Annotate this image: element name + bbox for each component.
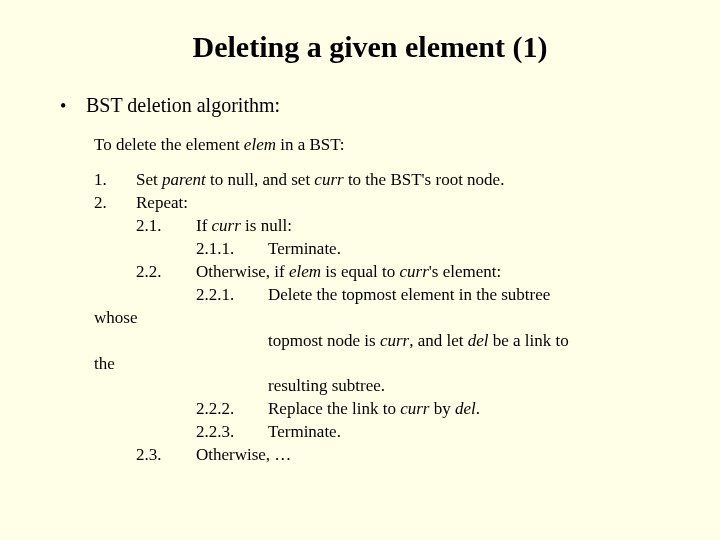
step-2-1: 2.1. If curr is null:: [136, 215, 680, 238]
var-curr: curr: [400, 262, 429, 281]
var-del: del: [468, 331, 489, 350]
t: , and let: [409, 331, 468, 350]
slide-title: Deleting a given element (1): [60, 30, 680, 64]
algorithm-block: 1. Set parent to null, and set curr to t…: [94, 169, 680, 467]
step-num: 2.3.: [136, 444, 196, 467]
step-2-3: 2.3. Otherwise, …: [136, 444, 680, 467]
step-num: 2.: [94, 192, 136, 215]
t: topmost node is: [268, 331, 380, 350]
step-num: 1.: [94, 169, 136, 192]
var-del: del: [455, 399, 476, 418]
t: is equal to: [321, 262, 399, 281]
var-elem: elem: [289, 262, 321, 281]
step-2-2-2: 2.2.2. Replace the link to curr by del.: [196, 398, 680, 421]
t: .: [476, 399, 480, 418]
var-curr: curr: [380, 331, 409, 350]
continuation-line-2: resulting subtree.: [268, 375, 680, 398]
continuation-whose: whose: [94, 307, 680, 330]
step-2-2-1: 2.2.1. Delete the topmost element in the…: [196, 284, 680, 307]
step-2: 2. Repeat:: [94, 192, 680, 215]
t: Set: [136, 170, 162, 189]
step-2-1-1: 2.1.1. Terminate.: [196, 238, 680, 261]
t: to the BST's root node.: [344, 170, 505, 189]
bullet-dot-icon: •: [60, 97, 86, 115]
step-text: Otherwise, if elem is equal to curr's el…: [196, 261, 501, 284]
var-curr: curr: [314, 170, 343, 189]
t: by: [429, 399, 455, 418]
step-text: Terminate.: [268, 421, 341, 444]
continuation-line-1: topmost node is curr, and let del be a l…: [268, 330, 680, 353]
bullet-item: • BST deletion algorithm:: [60, 94, 680, 117]
var-parent: parent: [162, 170, 206, 189]
bullet-text: BST deletion algorithm:: [86, 94, 280, 117]
step-text: Terminate.: [268, 238, 341, 261]
step-num: 2.1.: [136, 215, 196, 238]
step-text: Delete the topmost element in the subtre…: [268, 284, 550, 307]
var-curr: curr: [400, 399, 429, 418]
t: is null:: [241, 216, 292, 235]
step-num: 2.2.3.: [196, 421, 268, 444]
step-text: If curr is null:: [196, 215, 292, 238]
step-1: 1. Set parent to null, and set curr to t…: [94, 169, 680, 192]
t: Replace the link to: [268, 399, 400, 418]
slide: Deleting a given element (1) • BST delet…: [0, 0, 720, 487]
t: Otherwise, if: [196, 262, 289, 281]
step-text: Set parent to null, and set curr to the …: [136, 169, 504, 192]
intro-line: To delete the element elem in a BST:: [94, 135, 680, 155]
intro-elem: elem: [244, 135, 276, 154]
step-text: Replace the link to curr by del.: [268, 398, 480, 421]
var-curr: curr: [212, 216, 241, 235]
intro-b: in a BST:: [276, 135, 345, 154]
step-2-2-3: 2.2.3. Terminate.: [196, 421, 680, 444]
t: If: [196, 216, 212, 235]
continuation-the: the: [94, 353, 680, 376]
step-num: 2.2.1.: [196, 284, 268, 307]
t: to null, and set: [206, 170, 315, 189]
step-num: 2.2.2.: [196, 398, 268, 421]
step-2-2: 2.2. Otherwise, if elem is equal to curr…: [136, 261, 680, 284]
t: 's element:: [429, 262, 501, 281]
step-text: Otherwise, …: [196, 444, 291, 467]
intro-a: To delete the element: [94, 135, 244, 154]
step-num: 2.2.: [136, 261, 196, 284]
t: be a link to: [489, 331, 569, 350]
step-text: Repeat:: [136, 192, 188, 215]
step-num: 2.1.1.: [196, 238, 268, 261]
